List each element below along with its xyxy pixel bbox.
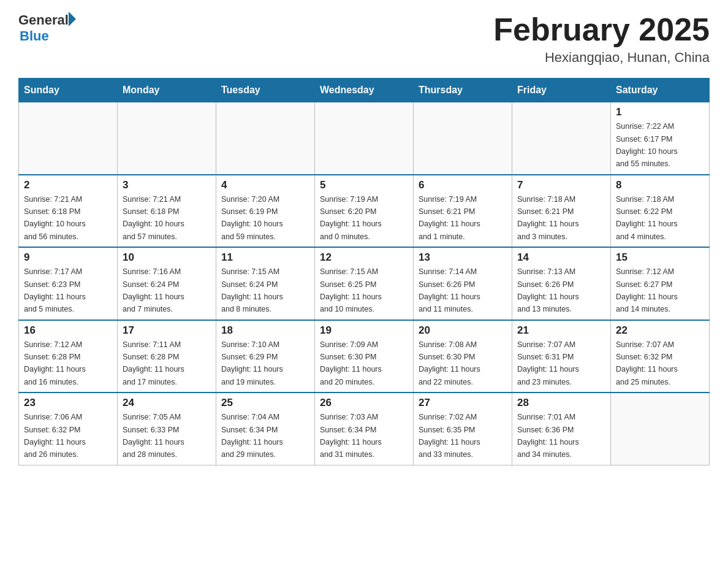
calendar-cell: 20Sunrise: 7:08 AM Sunset: 6:30 PM Dayli… (414, 320, 512, 393)
day-info: Sunrise: 7:07 AM Sunset: 6:31 PM Dayligh… (517, 340, 579, 386)
calendar-cell: 8Sunrise: 7:18 AM Sunset: 6:22 PM Daylig… (611, 175, 710, 248)
calendar-cell: 19Sunrise: 7:09 AM Sunset: 6:30 PM Dayli… (315, 320, 414, 393)
day-info: Sunrise: 7:12 AM Sunset: 6:27 PM Dayligh… (616, 267, 678, 313)
day-number: 7 (517, 179, 605, 191)
month-title: February 2025 (493, 12, 710, 47)
logo-general-text: General (18, 12, 69, 28)
day-info: Sunrise: 7:21 AM Sunset: 6:18 PM Dayligh… (123, 195, 184, 241)
calendar-week-row: 1Sunrise: 7:22 AM Sunset: 6:17 PM Daylig… (19, 102, 710, 175)
calendar-cell (611, 393, 710, 465)
day-number: 10 (123, 251, 211, 264)
calendar-cell: 14Sunrise: 7:13 AM Sunset: 6:26 PM Dayli… (512, 247, 611, 320)
calendar-cell: 16Sunrise: 7:12 AM Sunset: 6:28 PM Dayli… (19, 320, 118, 393)
day-info: Sunrise: 7:08 AM Sunset: 6:30 PM Dayligh… (419, 340, 480, 386)
calendar-cell: 2Sunrise: 7:21 AM Sunset: 6:18 PM Daylig… (19, 175, 118, 248)
day-number: 9 (24, 251, 112, 264)
calendar-cell: 23Sunrise: 7:06 AM Sunset: 6:32 PM Dayli… (19, 393, 118, 465)
calendar-cell: 3Sunrise: 7:21 AM Sunset: 6:18 PM Daylig… (118, 175, 216, 248)
calendar-cell: 7Sunrise: 7:18 AM Sunset: 6:21 PM Daylig… (512, 175, 611, 248)
day-info: Sunrise: 7:17 AM Sunset: 6:23 PM Dayligh… (24, 267, 86, 313)
day-number: 3 (123, 179, 211, 191)
day-number: 5 (320, 179, 408, 191)
day-number: 1 (616, 106, 704, 118)
weekday-header-monday: Monday (118, 79, 216, 102)
calendar-cell: 28Sunrise: 7:01 AM Sunset: 6:36 PM Dayli… (512, 393, 611, 465)
day-info: Sunrise: 7:02 AM Sunset: 6:35 PM Dayligh… (419, 413, 480, 459)
day-info: Sunrise: 7:20 AM Sunset: 6:19 PM Dayligh… (221, 195, 283, 241)
day-number: 26 (320, 397, 408, 409)
day-number: 2 (24, 179, 112, 191)
day-number: 22 (616, 324, 704, 337)
calendar-header-row: SundayMondayTuesdayWednesdayThursdayFrid… (19, 79, 710, 102)
calendar-cell: 18Sunrise: 7:10 AM Sunset: 6:29 PM Dayli… (216, 320, 315, 393)
day-number: 6 (419, 179, 507, 191)
calendar-table: SundayMondayTuesdayWednesdayThursdayFrid… (18, 78, 710, 465)
weekday-header-thursday: Thursday (414, 79, 512, 102)
logo-arrow-icon (69, 12, 76, 26)
weekday-header-tuesday: Tuesday (216, 79, 315, 102)
day-number: 8 (616, 179, 704, 191)
calendar-week-row: 2Sunrise: 7:21 AM Sunset: 6:18 PM Daylig… (19, 175, 710, 248)
day-info: Sunrise: 7:19 AM Sunset: 6:20 PM Dayligh… (320, 195, 382, 241)
calendar-week-row: 16Sunrise: 7:12 AM Sunset: 6:28 PM Dayli… (19, 320, 710, 393)
calendar-cell: 6Sunrise: 7:19 AM Sunset: 6:21 PM Daylig… (414, 175, 512, 248)
day-number: 18 (221, 324, 309, 337)
logo-blue-text: Blue (20, 28, 49, 44)
day-info: Sunrise: 7:15 AM Sunset: 6:25 PM Dayligh… (320, 267, 382, 313)
calendar-cell: 4Sunrise: 7:20 AM Sunset: 6:19 PM Daylig… (216, 175, 315, 248)
day-number: 15 (616, 251, 704, 264)
calendar-cell: 13Sunrise: 7:14 AM Sunset: 6:26 PM Dayli… (414, 247, 512, 320)
day-number: 21 (517, 324, 605, 337)
day-number: 11 (221, 251, 309, 264)
day-number: 14 (517, 251, 605, 264)
day-info: Sunrise: 7:12 AM Sunset: 6:28 PM Dayligh… (24, 340, 86, 386)
day-number: 24 (123, 397, 211, 409)
calendar-cell: 11Sunrise: 7:15 AM Sunset: 6:24 PM Dayli… (216, 247, 315, 320)
calendar-cell: 27Sunrise: 7:02 AM Sunset: 6:35 PM Dayli… (414, 393, 512, 465)
day-info: Sunrise: 7:09 AM Sunset: 6:30 PM Dayligh… (320, 340, 382, 386)
calendar-cell: 26Sunrise: 7:03 AM Sunset: 6:34 PM Dayli… (315, 393, 414, 465)
day-number: 25 (221, 397, 309, 409)
day-number: 20 (419, 324, 507, 337)
day-number: 12 (320, 251, 408, 264)
calendar-cell (414, 102, 512, 175)
day-info: Sunrise: 7:22 AM Sunset: 6:17 PM Dayligh… (616, 122, 678, 168)
calendar-cell: 1Sunrise: 7:22 AM Sunset: 6:17 PM Daylig… (611, 102, 710, 175)
day-info: Sunrise: 7:03 AM Sunset: 6:34 PM Dayligh… (320, 413, 382, 459)
calendar-cell: 15Sunrise: 7:12 AM Sunset: 6:27 PM Dayli… (611, 247, 710, 320)
weekday-header-wednesday: Wednesday (315, 79, 414, 102)
calendar-cell: 10Sunrise: 7:16 AM Sunset: 6:24 PM Dayli… (118, 247, 216, 320)
day-info: Sunrise: 7:05 AM Sunset: 6:33 PM Dayligh… (123, 413, 184, 459)
calendar-cell: 12Sunrise: 7:15 AM Sunset: 6:25 PM Dayli… (315, 247, 414, 320)
day-info: Sunrise: 7:18 AM Sunset: 6:21 PM Dayligh… (517, 195, 579, 241)
calendar-cell (512, 102, 611, 175)
calendar-cell: 9Sunrise: 7:17 AM Sunset: 6:23 PM Daylig… (19, 247, 118, 320)
day-info: Sunrise: 7:13 AM Sunset: 6:26 PM Dayligh… (517, 267, 579, 313)
day-number: 4 (221, 179, 309, 191)
day-number: 27 (419, 397, 507, 409)
calendar-cell: 17Sunrise: 7:11 AM Sunset: 6:28 PM Dayli… (118, 320, 216, 393)
calendar-cell (118, 102, 216, 175)
calendar-cell: 21Sunrise: 7:07 AM Sunset: 6:31 PM Dayli… (512, 320, 611, 393)
day-info: Sunrise: 7:18 AM Sunset: 6:22 PM Dayligh… (616, 195, 678, 241)
day-number: 13 (419, 251, 507, 264)
day-number: 16 (24, 324, 112, 337)
calendar-cell: 25Sunrise: 7:04 AM Sunset: 6:34 PM Dayli… (216, 393, 315, 465)
day-info: Sunrise: 7:11 AM Sunset: 6:28 PM Dayligh… (123, 340, 184, 386)
page-header: General Blue February 2025 Hexiangqiao, … (18, 12, 710, 66)
day-info: Sunrise: 7:10 AM Sunset: 6:29 PM Dayligh… (221, 340, 283, 386)
day-number: 19 (320, 324, 408, 337)
calendar-cell (315, 102, 414, 175)
day-info: Sunrise: 7:15 AM Sunset: 6:24 PM Dayligh… (221, 267, 283, 313)
location: Hexiangqiao, Hunan, China (493, 50, 710, 66)
weekday-header-saturday: Saturday (611, 79, 710, 102)
day-info: Sunrise: 7:04 AM Sunset: 6:34 PM Dayligh… (221, 413, 283, 459)
day-info: Sunrise: 7:14 AM Sunset: 6:26 PM Dayligh… (419, 267, 480, 313)
day-info: Sunrise: 7:07 AM Sunset: 6:32 PM Dayligh… (616, 340, 678, 386)
logo: General Blue (18, 12, 76, 44)
day-info: Sunrise: 7:21 AM Sunset: 6:18 PM Dayligh… (24, 195, 86, 241)
day-number: 23 (24, 397, 112, 409)
calendar-week-row: 23Sunrise: 7:06 AM Sunset: 6:32 PM Dayli… (19, 393, 710, 465)
calendar-week-row: 9Sunrise: 7:17 AM Sunset: 6:23 PM Daylig… (19, 247, 710, 320)
day-info: Sunrise: 7:06 AM Sunset: 6:32 PM Dayligh… (24, 413, 86, 459)
